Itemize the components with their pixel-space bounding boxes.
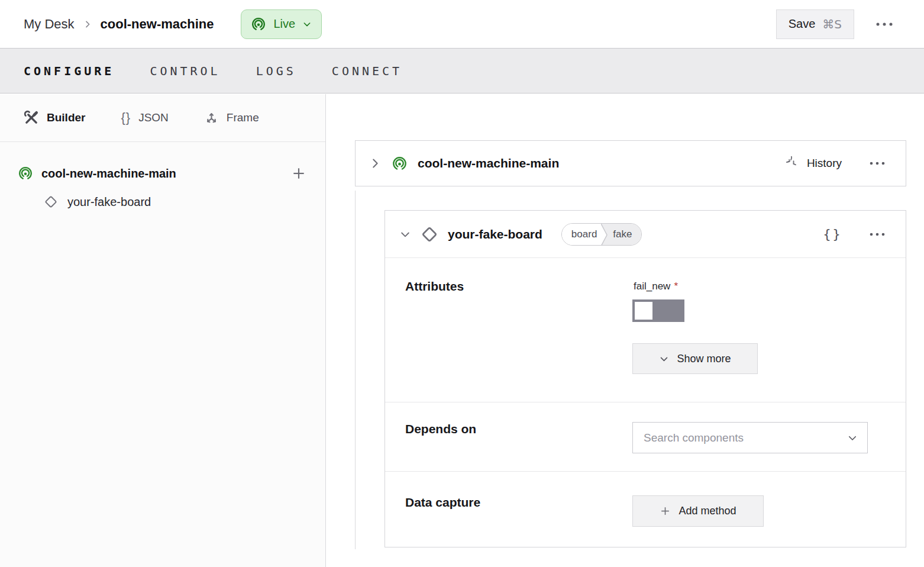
view-tab-builder-label: Builder	[47, 111, 85, 124]
machine-signal-icon	[18, 166, 33, 181]
required-asterisk: *	[674, 281, 678, 292]
add-method-button-label: Add method	[679, 505, 736, 517]
builder-tools-icon	[24, 110, 39, 125]
machine-card-more-menu-button[interactable]	[864, 156, 890, 170]
depends-on-section-label: Depends on	[405, 422, 632, 471]
badge-type-label: board	[571, 228, 597, 240]
expand-chevron-right-icon[interactable]	[369, 157, 382, 170]
breadcrumb-current: cool-new-machine	[101, 17, 214, 32]
history-button[interactable]: History	[786, 156, 842, 170]
ellipsis-icon	[869, 232, 886, 237]
fail-new-toggle[interactable]	[632, 299, 684, 322]
depends-on-select[interactable]	[632, 422, 868, 453]
component-diamond-icon	[421, 225, 438, 243]
collapse-chevron-down-icon[interactable]	[399, 228, 411, 240]
tree-item-machine-main[interactable]: cool-new-machine-main	[0, 159, 325, 188]
fail-new-label-text: fail_new	[634, 281, 670, 292]
save-button-label: Save	[789, 17, 816, 31]
live-signal-icon	[251, 17, 266, 32]
view-tab-frame-label: Frame	[227, 111, 259, 124]
your-fake-board-card: your-fake-board board fake {} Attributes	[385, 210, 906, 547]
attributes-section: Attributes fail_new* Show more	[385, 258, 906, 402]
tab-connect[interactable]: CONNECT	[332, 64, 402, 78]
machine-main-card: cool-new-machine-main History	[355, 140, 906, 186]
tree-item-machine-main-label: cool-new-machine-main	[41, 167, 176, 181]
save-shortcut-hint: ⌘S	[822, 17, 842, 31]
ellipsis-icon	[875, 22, 893, 27]
plus-icon	[291, 166, 306, 181]
plus-icon	[660, 505, 671, 517]
machine-signal-icon	[392, 156, 408, 172]
chevron-down-icon	[302, 20, 312, 29]
tree-item-your-fake-board-label: your-fake-board	[67, 195, 151, 209]
chevron-down-icon	[659, 354, 669, 364]
view-tab-frame[interactable]: Frame	[204, 111, 259, 125]
component-card-title: your-fake-board	[448, 227, 542, 241]
header-more-menu-button[interactable]	[871, 17, 898, 31]
component-type-model-badge: board fake	[561, 223, 642, 246]
live-status-label: Live	[273, 17, 295, 31]
tree-connector-line	[355, 191, 356, 549]
badge-model-label: fake	[613, 228, 632, 240]
breadcrumb-parent-link[interactable]: My Desk	[24, 17, 75, 32]
save-button[interactable]: Save ⌘S	[776, 9, 854, 39]
add-method-button[interactable]: Add method	[632, 495, 764, 527]
configure-sidebar: Builder {} JSON Frame	[0, 94, 326, 567]
braces-icon: {}	[121, 110, 131, 125]
machine-main-card-title: cool-new-machine-main	[418, 156, 559, 170]
toggle-knob	[635, 302, 652, 320]
history-clock-icon	[786, 156, 800, 170]
show-more-button-label: Show more	[677, 353, 731, 365]
component-card-more-menu-button[interactable]	[864, 227, 890, 241]
chevron-down-icon	[847, 433, 858, 443]
edit-json-braces-button[interactable]: {}	[823, 227, 842, 241]
breadcrumb: My Desk cool-new-machine	[24, 17, 214, 32]
tab-logs[interactable]: LOGS	[256, 64, 296, 78]
sidebar-view-tabs: Builder {} JSON Frame	[0, 94, 325, 142]
main-tab-bar: CONFIGURE CONTROL LOGS CONNECT	[0, 48, 924, 94]
tab-configure[interactable]: CONFIGURE	[24, 64, 114, 78]
top-header: My Desk cool-new-machine Live Save ⌘S	[0, 0, 924, 48]
view-tab-builder[interactable]: Builder	[24, 110, 85, 125]
component-diamond-icon	[44, 195, 58, 209]
search-components-input[interactable]	[644, 431, 847, 444]
data-capture-section-label: Data capture	[405, 495, 632, 548]
frame-axes-icon	[204, 111, 219, 125]
attributes-section-label: Attributes	[405, 279, 632, 402]
tree-item-your-fake-board[interactable]: your-fake-board	[0, 188, 325, 215]
breadcrumb-separator-icon	[83, 20, 92, 29]
machine-status-dropdown[interactable]: Live	[241, 9, 322, 39]
add-component-button[interactable]	[290, 165, 308, 182]
tab-control[interactable]: CONTROL	[150, 64, 220, 78]
data-capture-section: Data capture Add method	[385, 471, 906, 548]
badge-type-segment: board	[562, 224, 601, 245]
view-tab-json-label: JSON	[138, 111, 169, 124]
badge-model-segment: fake	[609, 224, 641, 245]
badge-divider-chevron	[601, 224, 609, 246]
fail-new-field-label: fail_new*	[634, 281, 678, 292]
depends-on-section: Depends on	[385, 402, 906, 471]
ellipsis-icon	[869, 161, 886, 166]
view-tab-json[interactable]: {} JSON	[121, 110, 168, 125]
component-card-header: your-fake-board board fake {}	[385, 211, 906, 258]
history-button-label: History	[807, 157, 842, 170]
show-more-button[interactable]: Show more	[632, 343, 758, 374]
machine-part-tree: cool-new-machine-main your-fake-board	[0, 142, 325, 215]
